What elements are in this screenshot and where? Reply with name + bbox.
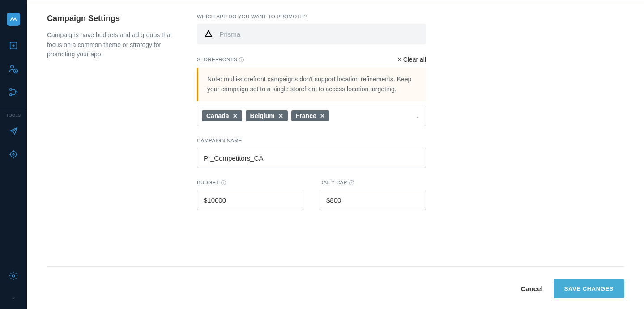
nav-add-icon[interactable] xyxy=(8,40,19,51)
storefronts-field: STOREFRONTS ? × Clear all Note: multi-st… xyxy=(197,56,426,126)
svg-point-8 xyxy=(12,275,15,277)
campaign-name-label: CAMPAIGN NAME xyxy=(197,138,242,143)
chevron-down-icon[interactable]: ⌄ xyxy=(416,114,419,119)
storefront-tag: Canada ✕ xyxy=(202,110,242,121)
storefront-tag: Belgium ✕ xyxy=(246,110,288,121)
tag-remove-icon[interactable]: ✕ xyxy=(278,113,283,119)
help-icon[interactable]: ? xyxy=(349,180,354,185)
svg-point-5 xyxy=(15,91,17,93)
page-title: Campaign Settings xyxy=(47,14,179,23)
cancel-button[interactable]: Cancel xyxy=(521,285,543,292)
tag-remove-icon[interactable]: ✕ xyxy=(320,113,325,119)
settings-form: WHICH APP DO YOU WANT TO PROMOTE? STOREF… xyxy=(197,14,426,258)
help-icon[interactable]: ? xyxy=(221,180,226,185)
nav-send-icon[interactable] xyxy=(8,126,19,136)
prisma-app-icon xyxy=(204,29,213,39)
storefronts-select[interactable]: Canada ✕ Belgium ✕ France ✕ ⌄ xyxy=(197,106,426,126)
form-footer: Cancel SAVE CHANGES xyxy=(27,267,644,309)
svg-point-1 xyxy=(11,65,13,68)
app-select[interactable] xyxy=(197,24,426,44)
budget-input[interactable] xyxy=(197,190,303,210)
daily-cap-field: DAILY CAP ? xyxy=(320,180,426,210)
nav-automation-icon[interactable] xyxy=(8,87,19,97)
tag-label: Belgium xyxy=(250,112,275,119)
svg-point-3 xyxy=(10,89,12,90)
sidebar-divider xyxy=(0,110,27,110)
save-button[interactable]: SAVE CHANGES xyxy=(554,279,624,298)
daily-cap-input[interactable] xyxy=(320,190,426,210)
app-logo[interactable] xyxy=(7,13,20,26)
svg-point-6 xyxy=(11,152,17,157)
expand-sidebar-icon[interactable]: » xyxy=(12,295,15,300)
budget-field: BUDGET ? xyxy=(197,180,303,210)
campaign-name-input[interactable] xyxy=(197,148,426,168)
svg-point-7 xyxy=(13,153,14,155)
main-panel: Campaign Settings Campaigns have budgets… xyxy=(27,0,644,309)
budget-label: BUDGET ? xyxy=(197,180,226,185)
storefronts-label: STOREFRONTS ? xyxy=(197,57,244,62)
campaign-name-field: CAMPAIGN NAME xyxy=(197,138,426,168)
note-text: Note: multi-storefront campaigns don't s… xyxy=(207,75,417,94)
settings-description-column: Campaign Settings Campaigns have budgets… xyxy=(47,14,197,258)
page-description: Campaigns have budgets and ad groups tha… xyxy=(47,30,179,59)
tag-remove-icon[interactable]: ✕ xyxy=(233,113,238,119)
tag-label: Canada xyxy=(206,112,229,119)
app-field-label: WHICH APP DO YOU WANT TO PROMOTE? xyxy=(197,14,307,19)
sidebar: TOOLS » xyxy=(0,0,27,309)
nav-user-money-icon[interactable] xyxy=(8,63,19,74)
app-input[interactable] xyxy=(219,30,419,38)
app-field: WHICH APP DO YOU WANT TO PROMOTE? xyxy=(197,14,426,44)
nav-target-icon[interactable] xyxy=(8,149,19,160)
settings-icon[interactable] xyxy=(8,271,19,281)
svg-point-4 xyxy=(10,94,12,96)
storefront-tag: France ✕ xyxy=(291,110,329,121)
tag-label: France xyxy=(296,112,316,119)
sidebar-section-label: TOOLS xyxy=(6,113,21,118)
help-icon[interactable]: ? xyxy=(239,57,244,62)
daily-cap-label: DAILY CAP ? xyxy=(320,180,354,185)
storefronts-note: Note: multi-storefront campaigns don't s… xyxy=(197,68,426,101)
clear-all-link[interactable]: × Clear all xyxy=(398,56,426,63)
